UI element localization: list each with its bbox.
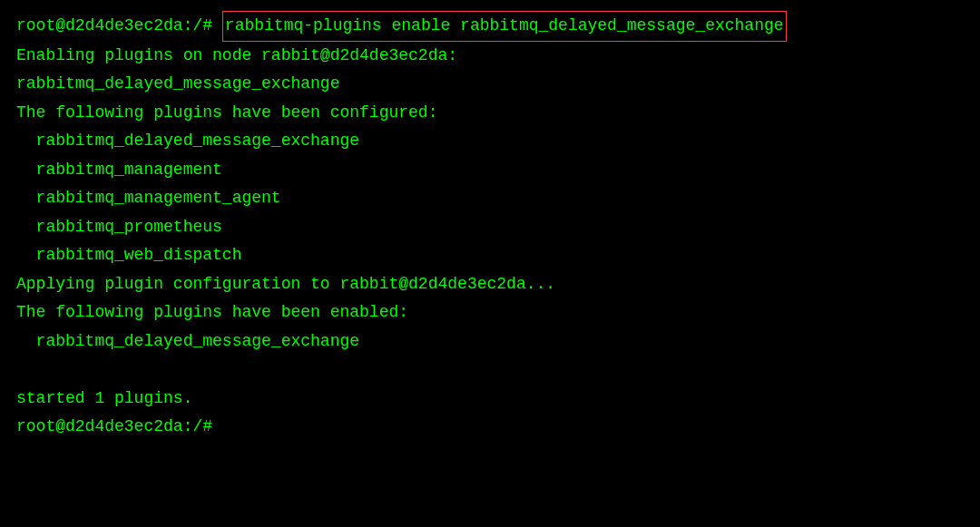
shell-prompt: root@d2d4de3ec2da:/# bbox=[16, 417, 222, 435]
terminal-output-line: rabbitmq_management bbox=[16, 156, 964, 185]
terminal-output-line: started 1 plugins. bbox=[16, 385, 964, 414]
shell-prompt: root@d2d4de3ec2da:/# bbox=[16, 16, 222, 34]
terminal-output-line: rabbitmq_delayed_message_exchange bbox=[16, 127, 964, 156]
highlighted-command: rabbitmq-plugins enable rabbitmq_delayed… bbox=[222, 11, 787, 42]
terminal-output-line: The following plugins have been enabled: bbox=[16, 298, 964, 327]
terminal-output-line: Enabling plugins on node rabbit@d2d4de3e… bbox=[16, 42, 964, 71]
terminal-output-line: rabbitmq_delayed_message_exchange bbox=[16, 327, 964, 356]
terminal-output-line: rabbitmq_delayed_message_exchange bbox=[16, 70, 964, 99]
terminal-output-line: Applying plugin configuration to rabbit@… bbox=[16, 270, 964, 299]
terminal-output-line: The following plugins have been configur… bbox=[16, 99, 964, 128]
terminal-line-prompt[interactable]: root@d2d4de3ec2da:/# bbox=[16, 413, 964, 442]
terminal-output-line: rabbitmq_prometheus bbox=[16, 213, 964, 242]
terminal-output-blank bbox=[16, 356, 964, 385]
terminal-output-line: rabbitmq_management_agent bbox=[16, 184, 964, 213]
terminal-output-line: rabbitmq_web_dispatch bbox=[16, 241, 964, 270]
terminal-line-command: root@d2d4de3ec2da:/# rabbitmq-plugins en… bbox=[16, 11, 964, 42]
